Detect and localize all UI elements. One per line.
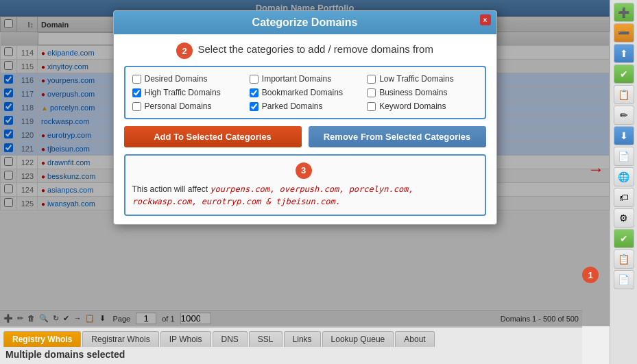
- step1-badge-outer: 1: [582, 267, 601, 283]
- sidebar-tag-btn[interactable]: 🏷: [614, 188, 634, 207]
- tab-registrar-whois[interactable]: Registrar Whois: [82, 331, 158, 347]
- tab-lookup-queue[interactable]: Lookup Queue: [322, 331, 394, 347]
- category-label-keyword[interactable]: Keyword Domains: [379, 101, 446, 111]
- modal-close-btn[interactable]: ×: [480, 14, 491, 25]
- category-label-important[interactable]: Important Domains: [262, 74, 331, 84]
- modal-subtitle-row: 2 Select the categories to add / remove …: [124, 43, 486, 59]
- sidebar-folder-btn[interactable]: 🌐: [614, 167, 634, 186]
- modal-title: Categorize Domains: [252, 16, 358, 28]
- add-to-categories-btn[interactable]: Add To Selected Categories: [124, 126, 302, 147]
- tab-about[interactable]: About: [395, 331, 434, 347]
- sidebar-remove-btn[interactable]: ➖: [614, 23, 634, 43]
- category-checkbox-keyword[interactable]: [367, 102, 376, 111]
- tab-ssl[interactable]: SSL: [249, 331, 283, 347]
- step3-row: 3: [132, 162, 478, 179]
- tab-ip-whois[interactable]: IP Whois: [160, 331, 211, 347]
- categorize-modal: × Categorize Domains 2 Select the catego…: [113, 10, 497, 225]
- category-label-high_traffic[interactable]: High Traffic Domains: [145, 88, 221, 97]
- sidebar-up-btn[interactable]: ⬆: [614, 44, 634, 63]
- category-checkbox-bookmarked[interactable]: [250, 88, 259, 97]
- sidebar-doc-btn[interactable]: 📄: [614, 270, 634, 289]
- remove-from-categories-btn[interactable]: Remove From Selected Categories: [309, 126, 486, 147]
- category-label-business[interactable]: Business Domains: [379, 88, 447, 97]
- category-item-important: Important Domains: [250, 74, 360, 84]
- sidebar-check-btn[interactable]: ✔: [614, 64, 634, 84]
- sidebar-verify-btn[interactable]: ✔: [614, 229, 634, 248]
- sidebar-down-btn[interactable]: ⬇: [614, 126, 634, 145]
- btn-row: Add To Selected Categories Remove From S…: [124, 126, 486, 147]
- modal-header: × Categorize Domains: [114, 11, 496, 34]
- modal-body: 2 Select the categories to add / remove …: [114, 34, 496, 224]
- action-info-box: 3 This action will affect yourpens.com, …: [124, 154, 486, 216]
- category-item-keyword: Keyword Domains: [367, 101, 477, 111]
- category-checkbox-personal[interactable]: [132, 102, 141, 111]
- right-sidebar: ➕ ➖ ⬆ ✔ 📋 ✏ ⬇ 📄 🌐 🏷 ⚙ ✔ 📋 📄: [610, 0, 637, 364]
- tabs: Registry WhoisRegistrar WhoisIP WhoisDNS…: [0, 328, 582, 347]
- category-checkbox-parked[interactable]: [250, 102, 259, 111]
- tab-registry-whois[interactable]: Registry Whois: [3, 331, 81, 347]
- sidebar-file-btn[interactable]: 📄: [614, 147, 634, 166]
- modal-overlay: × Categorize Domains 2 Select the catego…: [0, 0, 610, 326]
- tab-bar: Registry WhoisRegistrar WhoisIP WhoisDNS…: [0, 326, 582, 364]
- step2-badge: 2: [176, 43, 193, 59]
- tab-content-text: Multiple domains selected: [0, 347, 582, 362]
- modal-subtitle: Select the categories to add / remove do…: [197, 43, 433, 55]
- category-label-parked[interactable]: Parked Domains: [262, 101, 323, 111]
- category-grid: Desired Domains Important Domains Low Tr…: [132, 74, 478, 111]
- category-item-bookmarked: Bookmarked Domains: [250, 88, 360, 97]
- step3-badge: 3: [296, 162, 312, 179]
- tab-links[interactable]: Links: [284, 331, 321, 347]
- sidebar-copy-btn[interactable]: 📋: [614, 250, 634, 269]
- category-checkbox-high_traffic[interactable]: [132, 88, 141, 97]
- category-item-parked: Parked Domains: [250, 101, 360, 111]
- category-checkbox-low_traffic[interactable]: [367, 75, 376, 84]
- tab-dns[interactable]: DNS: [213, 331, 248, 347]
- category-label-bookmarked[interactable]: Bookmarked Domains: [262, 88, 343, 97]
- sidebar-edit-btn[interactable]: ✏: [614, 106, 634, 125]
- category-label-desired[interactable]: Desired Domains: [145, 74, 208, 84]
- sidebar-list-btn[interactable]: 📋: [614, 85, 634, 104]
- category-checkbox-desired[interactable]: [132, 75, 141, 84]
- category-item-high_traffic: High Traffic Domains: [132, 88, 243, 97]
- action-prefix: This action will affect: [132, 184, 208, 194]
- category-label-personal[interactable]: Personal Domains: [145, 101, 212, 111]
- step1-badge: 1: [582, 267, 599, 283]
- sidebar-add-btn[interactable]: ➕: [614, 3, 634, 22]
- arrow-annotation: →: [588, 160, 604, 179]
- category-item-desired: Desired Domains: [132, 74, 243, 84]
- category-item-personal: Personal Domains: [132, 101, 243, 111]
- category-label-low_traffic[interactable]: Low Traffic Domains: [379, 74, 454, 84]
- category-item-business: Business Domains: [367, 88, 477, 97]
- categories-box: Desired Domains Important Domains Low Tr…: [124, 66, 486, 119]
- category-checkbox-important[interactable]: [250, 75, 259, 84]
- category-checkbox-business[interactable]: [367, 88, 376, 97]
- category-item-low_traffic: Low Traffic Domains: [367, 74, 477, 84]
- sidebar-settings-btn[interactable]: ⚙: [614, 208, 634, 228]
